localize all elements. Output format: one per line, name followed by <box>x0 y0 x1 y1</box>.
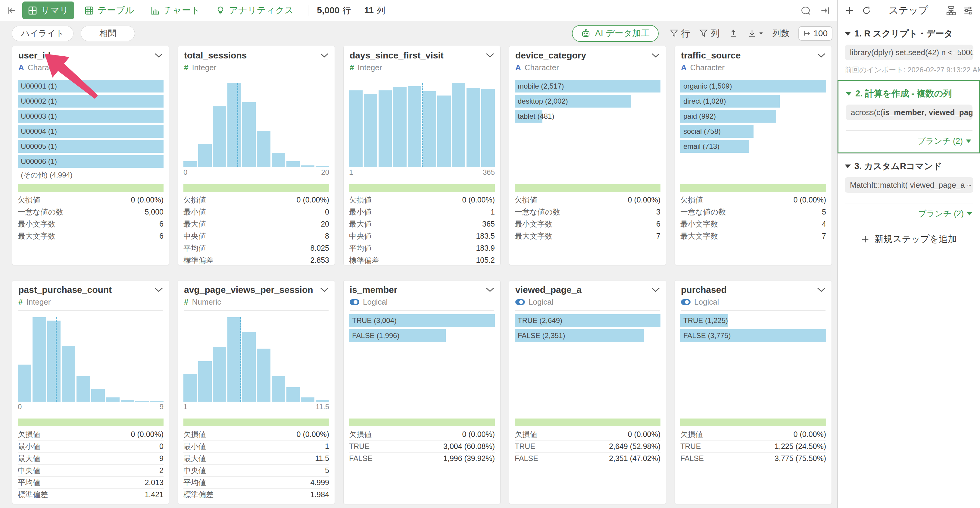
histogram-bar[interactable] <box>349 91 363 167</box>
histogram-bar[interactable] <box>364 94 377 167</box>
histogram-bar[interactable] <box>437 96 451 167</box>
tab-summary[interactable]: サマリ <box>22 2 74 19</box>
category-bar[interactable]: mobile (2,517) <box>515 80 660 92</box>
filter-rows-button[interactable]: 行 <box>670 27 690 40</box>
category-bar[interactable]: U00006 (1) <box>18 155 164 168</box>
tab-analytics[interactable]: アナリティクス <box>210 2 299 19</box>
histogram-bar[interactable] <box>257 131 270 167</box>
category-bar[interactable]: U00004 (1) <box>18 125 164 138</box>
add-step-button[interactable]: 新規ステップを追加 <box>838 225 980 253</box>
collapse-triangle-icon[interactable] <box>846 92 852 96</box>
step-item[interactable]: 3. カスタムRコマンドMatchIt::matchit( viewed_pag… <box>838 153 980 225</box>
chevron-down-icon[interactable] <box>817 53 826 58</box>
histogram-bar[interactable] <box>257 349 270 401</box>
histogram-bar[interactable] <box>301 166 314 167</box>
correlation-button[interactable]: 相関 <box>81 26 135 41</box>
histogram-bar[interactable] <box>47 320 61 401</box>
category-bar[interactable]: direct (1,028) <box>680 95 780 108</box>
step-code-chip[interactable]: library(dplyr) set.seed(42) n <- 5000 … <box>845 45 974 60</box>
category-bar[interactable]: email (713) <box>680 140 749 153</box>
pipeline-icon[interactable] <box>946 5 956 16</box>
histogram-bar[interactable] <box>91 389 105 401</box>
step-item[interactable]: 2. 計算を作成 - 複数の列across(c(is_member, viewe… <box>838 80 980 153</box>
histogram-bar[interactable] <box>286 387 300 401</box>
comment-icon[interactable] <box>800 5 811 16</box>
histogram-bar[interactable] <box>242 102 256 167</box>
step-title[interactable]: 2. 計算を作成 - 複数の列 <box>846 88 972 100</box>
download-button[interactable] <box>747 29 764 38</box>
column-limit-input[interactable]: 100 <box>799 26 832 41</box>
collapse-left-icon[interactable] <box>6 5 17 16</box>
step-code-chip[interactable]: MatchIt::matchit( viewed_page_a ~ … <box>845 177 974 193</box>
chevron-down-icon[interactable] <box>486 287 494 292</box>
histogram-bar[interactable] <box>301 397 314 401</box>
plus-icon[interactable] <box>845 6 854 15</box>
category-bar[interactable]: social (758) <box>680 125 754 138</box>
category-bar[interactable]: TRUE (1,225) <box>680 314 728 327</box>
category-bar[interactable]: U00001 (1) <box>18 80 164 92</box>
histogram-bar[interactable] <box>121 400 134 401</box>
histogram-bar[interactable] <box>18 365 31 401</box>
category-bar[interactable]: paid (992) <box>680 110 776 123</box>
collapse-right-icon[interactable] <box>820 5 830 16</box>
histogram-bar[interactable] <box>316 166 329 167</box>
histogram-bar[interactable] <box>272 376 285 401</box>
branch-link[interactable]: ブランチ (2) <box>846 131 972 147</box>
histogram-bar[interactable] <box>198 361 212 401</box>
branch-link[interactable]: ブランチ (2) <box>845 203 974 220</box>
histogram-bar[interactable] <box>466 88 480 167</box>
histogram-bar[interactable] <box>213 107 226 167</box>
histogram-bar[interactable] <box>32 317 46 401</box>
histogram-bar[interactable] <box>408 86 422 167</box>
histogram-bar[interactable] <box>213 347 226 401</box>
tab-table[interactable]: テーブル <box>79 2 140 19</box>
ai-data-wrangling-button[interactable]: AI データ加工 <box>572 25 659 42</box>
histogram-bar[interactable] <box>452 83 466 167</box>
histogram-bar[interactable] <box>481 89 495 167</box>
histogram-bar[interactable] <box>423 91 436 167</box>
histogram-bar[interactable] <box>198 144 212 167</box>
tab-chart[interactable]: チャート <box>145 2 205 19</box>
category-bar[interactable]: FALSE (2,351) <box>515 329 644 342</box>
histogram-bar[interactable] <box>393 87 407 167</box>
histogram-bar[interactable] <box>183 161 197 167</box>
step-item[interactable]: 1. R スクリプト・データlibrary(dplyr) set.seed(42… <box>838 21 980 80</box>
chevron-down-icon[interactable] <box>817 287 826 292</box>
collapse-triangle-icon[interactable] <box>845 32 851 35</box>
histogram-bar[interactable] <box>150 401 164 401</box>
collapse-triangle-icon[interactable] <box>845 164 851 168</box>
histogram-bar[interactable] <box>76 376 90 401</box>
step-title[interactable]: 1. R スクリプト・データ <box>845 28 974 40</box>
category-bar[interactable]: U00005 (1) <box>18 140 164 153</box>
category-bar[interactable]: U00003 (1) <box>18 110 164 123</box>
histogram-bar[interactable] <box>62 346 75 401</box>
highlight-button[interactable]: ハイライト <box>12 26 73 41</box>
histogram-bar[interactable] <box>316 400 329 401</box>
histogram-bar[interactable] <box>135 401 149 401</box>
category-bar[interactable]: U00002 (1) <box>18 95 164 108</box>
filter-columns-button[interactable]: 列 <box>699 27 719 40</box>
chevron-down-icon[interactable] <box>320 287 329 292</box>
category-bar[interactable]: desktop (2,002) <box>515 95 631 108</box>
category-bar[interactable]: organic (1,509) <box>680 80 826 92</box>
upload-icon[interactable] <box>729 29 738 38</box>
step-title[interactable]: 3. カスタムRコマンド <box>845 160 974 172</box>
histogram-bar[interactable] <box>272 153 285 167</box>
histogram-bar[interactable] <box>228 83 241 167</box>
histogram-bar[interactable] <box>228 317 241 401</box>
histogram-bar[interactable] <box>106 397 119 401</box>
chevron-down-icon[interactable] <box>154 53 163 58</box>
category-bar[interactable]: FALSE (1,996) <box>349 329 446 342</box>
chevron-down-icon[interactable] <box>651 287 660 292</box>
chevron-down-icon[interactable] <box>486 53 494 58</box>
histogram-bar[interactable] <box>286 161 300 167</box>
chevron-down-icon[interactable] <box>154 287 163 292</box>
refresh-icon[interactable] <box>862 6 871 15</box>
category-bar[interactable]: TRUE (2,649) <box>515 314 660 327</box>
histogram-bar[interactable] <box>183 374 197 401</box>
chevron-down-icon[interactable] <box>320 53 329 58</box>
step-code-chip[interactable]: across(c(is_member, viewed_pag… <box>846 105 972 120</box>
histogram-bar[interactable] <box>242 332 256 401</box>
histogram-bar[interactable] <box>379 91 392 167</box>
category-bar[interactable]: FALSE (3,775) <box>680 329 826 342</box>
